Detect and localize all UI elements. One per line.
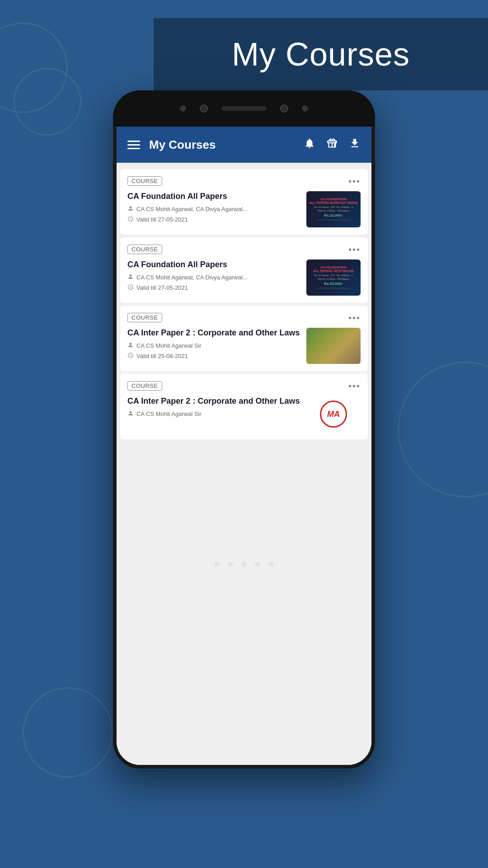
instructor-icon (127, 342, 134, 349)
ma-logo: MA (320, 401, 347, 428)
validity-date: Valid till 25-08-2021 (136, 353, 188, 359)
course-card-header: COURSE ••• (127, 381, 361, 392)
course-validity: Valid till 27-05-2021 (127, 284, 300, 292)
instructor-name: CA CS Mohit Agarwal, CA Divya Agarwal... (136, 274, 248, 281)
course-card[interactable]: COURSE ••• CA Foundation All Papers CA C… (120, 169, 368, 235)
course-info: CA Inter Paper 2 : Corporate and Other L… (127, 328, 300, 360)
menu-button[interactable] (127, 141, 140, 149)
course-instructor: CA CS Mohit Agarwal Sir (127, 342, 300, 349)
course-thumbnail: CA FOUNDATIONALL PAPERS WITH MATHS No. o… (306, 259, 361, 296)
notch-dot-3 (302, 105, 308, 112)
course-badge: COURSE (127, 176, 162, 186)
notch-dot-1 (180, 105, 186, 112)
instructor-icon (127, 410, 134, 418)
course-list[interactable]: COURSE ••• CA Foundation All Papers CA C… (117, 163, 371, 765)
star-decoration (212, 560, 276, 569)
topbar-icons (304, 137, 361, 152)
empty-area (117, 442, 371, 578)
front-camera (200, 104, 208, 113)
course-card-body: CA Foundation All Papers CA CS Mohit Aga… (127, 191, 361, 227)
topbar-title: My Courses (149, 138, 295, 152)
course-validity: Valid till 25-08-2021 (127, 352, 300, 360)
notch-dot-2 (280, 104, 288, 113)
speaker (221, 106, 267, 111)
course-card-body: CA Inter Paper 2 : Corporate and Other L… (127, 396, 361, 432)
course-card-header: COURSE ••• (127, 245, 361, 255)
course-card-header: COURSE ••• (127, 313, 361, 323)
phone-notch (113, 90, 375, 127)
course-more-options-button[interactable]: ••• (348, 381, 361, 392)
course-more-options-button[interactable]: ••• (348, 176, 361, 187)
course-thumbnail: MA (306, 396, 361, 432)
app-topbar: My Courses (117, 127, 371, 163)
course-validity: Valid till 27-05-2021 (127, 216, 300, 223)
course-instructor: CA CS Mohit Agarwal, CA Divya Agarwal... (127, 205, 300, 213)
course-thumbnail (306, 328, 361, 364)
course-badge: COURSE (127, 381, 162, 391)
course-title: CA Foundation All Papers (127, 259, 300, 270)
course-info: CA Inter Paper 2 : Corporate and Other L… (127, 396, 300, 420)
validity-date: Valid till 27-05-2021 (136, 284, 188, 291)
course-title: CA Inter Paper 2 : Corporate and Other L… (127, 396, 300, 406)
instructor-name: CA CS Mohit Agarwal Sir (136, 410, 202, 417)
validity-clock-icon (127, 284, 134, 292)
course-card-body: CA Inter Paper 2 : Corporate and Other L… (127, 328, 361, 364)
course-instructor: CA CS Mohit Agarwal Sir (127, 410, 300, 418)
validity-clock-icon (127, 352, 134, 360)
gift-icon[interactable] (326, 137, 338, 152)
course-title: CA Foundation All Papers (127, 191, 300, 202)
course-instructor: CA CS Mohit Agarwal, CA Divya Agarwal... (127, 274, 300, 281)
validity-clock-icon (127, 216, 134, 223)
course-card[interactable]: COURSE ••• CA Inter Paper 2 : Corporate … (120, 374, 368, 439)
header-banner: My Courses (154, 18, 488, 90)
course-info: CA Foundation All Papers CA CS Mohit Aga… (127, 191, 300, 223)
phone-screen: My Courses COURSE ••• (117, 127, 371, 765)
instructor-icon (127, 205, 134, 213)
course-badge: COURSE (127, 313, 162, 322)
course-card[interactable]: COURSE ••• CA Foundation All Papers CA C… (120, 237, 368, 303)
page-title: My Courses (232, 36, 410, 73)
instructor-name: CA CS Mohit Agarwal, CA Divya Agarwal... (136, 206, 248, 212)
course-more-options-button[interactable]: ••• (348, 313, 361, 323)
course-card-body: CA Foundation All Papers CA CS Mohit Aga… (127, 259, 361, 296)
course-thumbnail: CA FOUNDATIONALL PAPERS WORKOUT MAINS No… (306, 191, 361, 227)
validity-date: Valid till 27-05-2021 (136, 216, 188, 223)
course-more-options-button[interactable]: ••• (348, 245, 361, 255)
notification-icon[interactable] (304, 137, 315, 152)
course-title: CA Inter Paper 2 : Corporate and Other L… (127, 328, 300, 338)
course-card-header: COURSE ••• (127, 176, 361, 187)
instructor-icon (127, 274, 134, 281)
course-info: CA Foundation All Papers CA CS Mohit Aga… (127, 259, 300, 292)
phone-frame: My Courses COURSE ••• (113, 90, 375, 769)
instructor-name: CA CS Mohit Agarwal Sir (136, 342, 202, 349)
download-icon[interactable] (349, 137, 361, 152)
course-badge: COURSE (127, 245, 162, 254)
course-card[interactable]: COURSE ••• CA Inter Paper 2 : Corporate … (120, 306, 368, 371)
